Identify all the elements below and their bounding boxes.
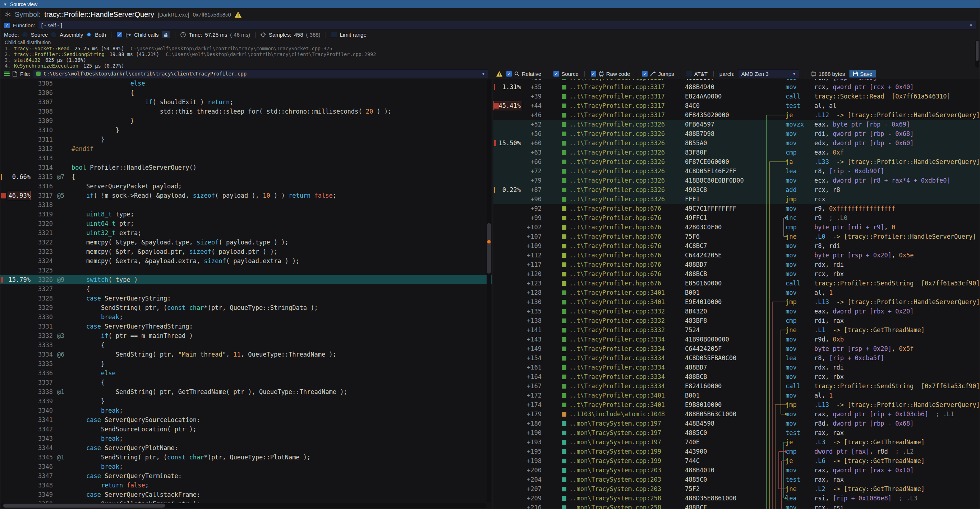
att-label[interactable]: AT&T	[694, 71, 708, 77]
asm-row[interactable]: 0.22%+87..t\TracyProfiler.cpp:33264903C8…	[493, 185, 980, 194]
scrollbar-thumb[interactable]	[976, 41, 978, 61]
save-button[interactable]: Save	[849, 70, 876, 78]
radio-both[interactable]	[86, 32, 92, 38]
child-call-scrollbar[interactable]	[975, 40, 979, 68]
child-call-entry[interactable]: 2.tracy::Profiler::SendLongString19.88 m…	[5, 51, 975, 57]
source-line[interactable]: 3325	[0, 266, 492, 275]
asm-row[interactable]: +56..t\TracyProfiler.cpp:3326488B7D98mov…	[493, 129, 980, 138]
source-line[interactable]: 3346 break;	[0, 462, 492, 471]
asm-row[interactable]: +161..t\TracyProfiler.cpp:3334488BD7movr…	[493, 363, 980, 372]
chevron-down-icon[interactable]: ▼	[969, 23, 973, 27]
source-line[interactable]: 3349 case ServerQueryCallstackFrame:	[0, 490, 492, 499]
asm-row[interactable]: +117..t\TracyProfiler.hpp:676488BD7movrd…	[493, 260, 980, 269]
asm-row[interactable]: +174..t\TracyProfiler.cpp:3401E9B8010000…	[493, 400, 980, 409]
source-line[interactable]: 3323 memcpy( &ptr, &payload.ptr, sizeof(…	[0, 247, 492, 256]
asm-row[interactable]: +52..t\TracyProfiler.cpp:33260FB64597mov…	[493, 120, 980, 129]
source-line[interactable]: 3314bool Profiler::HandleServerQuery()	[0, 163, 492, 172]
asm-row[interactable]: +195..mon\TracySystem.cpp:199443900cmpdw…	[493, 447, 980, 456]
att-checkbox[interactable]	[686, 71, 692, 77]
asm-row[interactable]: +172..t\TracyProfiler.cpp:3401B001moval,…	[493, 391, 980, 400]
asm-row[interactable]: +207..mon\TracySystem.cpp:20375F2jne.L2 …	[493, 484, 980, 493]
asm-row[interactable]: +92..t\TracyProfiler.hpp:67649C7C1FFFFFF…	[493, 204, 980, 213]
source-line[interactable]: 3334@6 SendString( ptr, "Main thread", 1…	[0, 350, 492, 359]
source-line[interactable]: 3348 return false;	[0, 480, 492, 490]
asm-row[interactable]: +72..t\TracyProfiler.cpp:33264C8D05F146F…	[493, 166, 980, 176]
function-combo[interactable]: [ - self - ] ▼	[38, 21, 976, 29]
source-line[interactable]: 15.79%3326@9 switch( type )	[0, 275, 492, 284]
asm-row[interactable]: +138..t\TracyProfiler.cpp:3332483BF8cmpr…	[493, 316, 980, 325]
child-call-entry[interactable]: 3.stat64i32625 μs (1.36%)	[5, 57, 975, 63]
asm-row[interactable]: +149..t\TracyProfiler.cpp:3334C64424205F…	[493, 344, 980, 353]
source-line[interactable]: 3335 }	[0, 359, 492, 369]
relative-label[interactable]: Relative	[522, 71, 541, 77]
source-line[interactable]: 3330 break;	[0, 312, 492, 322]
source-line[interactable]: 3305 else	[0, 79, 492, 88]
source-line[interactable]: 3319 uint8_t type;	[0, 210, 492, 219]
source-line[interactable]: 3333 {	[0, 340, 492, 350]
asm-row[interactable]: +216..mon\TracySystem.cpp:258488BCEmovrc…	[493, 503, 980, 509]
source-line[interactable]: 3316 ServerQueryPacket payload;	[0, 181, 492, 191]
source-line[interactable]: 3338@1 SendString( ptr, GetThreadName( p…	[0, 387, 492, 396]
asm-row[interactable]: +209..mon\TracySystem.cpp:258488D35E8861…	[493, 493, 980, 503]
asm-row[interactable]: +186..mon\TracySystem.cpp:197448B4598mov…	[493, 419, 980, 428]
source-checkbox[interactable]	[553, 71, 559, 77]
asm-row[interactable]: +130..t\TracyProfiler.cpp:3401E9E4010000…	[493, 297, 980, 307]
source-line[interactable]: 3307 if( shouldExit ) return;	[0, 97, 492, 107]
file-list-icon[interactable]	[4, 71, 10, 76]
source-line[interactable]: 0.66%3315@7{	[0, 172, 492, 181]
asm-row[interactable]: +128..t\TracyProfiler.cpp:3401B001moval,…	[493, 288, 980, 297]
source-line[interactable]: 3321 uint32_t extra;	[0, 228, 492, 238]
asm-row[interactable]: +143..t\TracyProfiler.cpp:333441B90B0000…	[493, 335, 980, 344]
source-line[interactable]: 3309 }	[0, 116, 492, 126]
source-line[interactable]: 3322 memcpy( &type, &payload.type, sizeo…	[0, 238, 492, 247]
scrollbar-thumb[interactable]	[3, 504, 165, 507]
selected-line-marker-icon[interactable]	[487, 240, 491, 244]
jumps-label[interactable]: Jumps	[658, 71, 674, 77]
source-line[interactable]: 3347 case ServerQueryTerminate:	[0, 471, 492, 480]
asm-row[interactable]: +204..mon\TracySystem.cpp:2034885C0testr…	[493, 475, 980, 484]
jumps-checkbox[interactable]	[642, 71, 648, 77]
source-line[interactable]: 3340 break;	[0, 406, 492, 415]
source-line[interactable]: 3324 memcpy( &extra, &payload.extra, siz…	[0, 256, 492, 266]
source-label[interactable]: Source	[562, 71, 579, 77]
source-line[interactable]: 3327 {	[0, 284, 492, 294]
asm-row[interactable]: +135..t\TracyProfiler.cpp:33328B4320move…	[493, 307, 980, 316]
asm-row[interactable]: 1.31%+35..t\TracyProfiler.cpp:3317488B49…	[493, 82, 980, 92]
source-line[interactable]: 3306 {	[0, 88, 492, 97]
asm-row[interactable]: +190..mon\TracySystem.cpp:1974885C0testr…	[493, 428, 980, 437]
source-line[interactable]: 3320 uint64_t ptr;	[0, 219, 492, 228]
limit-range-checkbox[interactable]	[331, 32, 337, 38]
child-calls-checkbox[interactable]	[116, 32, 123, 38]
asm-row[interactable]: +141..t\TracyProfiler.cpp:33327524jne.L1…	[493, 325, 980, 335]
asm-row[interactable]: +31..t\TracyProfiler.cpp:3317488D5597lea…	[493, 79, 980, 82]
source-line[interactable]: 3313	[0, 153, 492, 163]
asm-row[interactable]: +198..mon\TracySystem.cpp:199744Cje.L6 -…	[493, 456, 980, 466]
radio-assembly[interactable]	[51, 32, 57, 38]
collapse-icon[interactable]: ▼	[3, 2, 7, 6]
asm-row[interactable]: +107..t\TracyProfiler.hpp:67675F6jne.L0 …	[493, 232, 980, 241]
asm-row[interactable]: 15.50%+60..t\TracyProfiler.cpp:33268B55A…	[493, 138, 980, 148]
source-line[interactable]: 3318	[0, 200, 492, 210]
source-vertical-scrollbar[interactable]	[487, 80, 491, 502]
asm-row[interactable]: +167..t\TracyProfiler.cpp:3334E824160000…	[493, 382, 980, 391]
source-line[interactable]: 3342 SendSourceLocation( ptr );	[0, 425, 492, 434]
source-line[interactable]: 3345@1 SendString( ptr, (const char*)ptr…	[0, 453, 492, 462]
source-line[interactable]: 3337 {	[0, 378, 492, 387]
asm-row[interactable]: +123..t\TracyProfiler.hpp:676E850160000c…	[493, 278, 980, 288]
source-line[interactable]: 3328 case ServerQueryString:	[0, 294, 492, 303]
function-checkbox[interactable]	[4, 22, 10, 29]
child-call-entry[interactable]: 1.tracy::Socket::Read25.25 ms (54.89%)C:…	[5, 46, 975, 51]
scrollbar-thumb[interactable]	[487, 223, 491, 274]
asm-row[interactable]: +66..t\TracyProfiler.cpp:33260F87CE06000…	[493, 157, 980, 166]
asm-row[interactable]: +200..mon\TracySystem.cpp:203488B4010mov…	[493, 466, 980, 475]
chevron-down-icon[interactable]: ▼	[482, 72, 485, 76]
source-line[interactable]: 3311 }	[0, 135, 492, 144]
radio-both-label[interactable]: Both	[95, 32, 106, 38]
asm-row[interactable]: +112..t\TracyProfiler.hpp:676C64424205Em…	[493, 251, 980, 260]
asm-row[interactable]: +109..t\TracyProfiler.hpp:6764C8BC7movr8…	[493, 241, 980, 251]
source-line[interactable]: 46.93%3317@5 if( !m_sock->Read( &payload…	[0, 191, 492, 200]
asm-row[interactable]: +39..t\TracyProfiler.cpp:3317E824AA0000c…	[493, 92, 980, 101]
asm-row[interactable]: +179..1103\include\atomic:1048488B05B63C…	[493, 409, 980, 419]
raw-code-checkbox[interactable]	[590, 71, 597, 77]
asm-row[interactable]: +63..t\TracyProfiler.cpp:332683F80Fcmpea…	[493, 148, 980, 157]
